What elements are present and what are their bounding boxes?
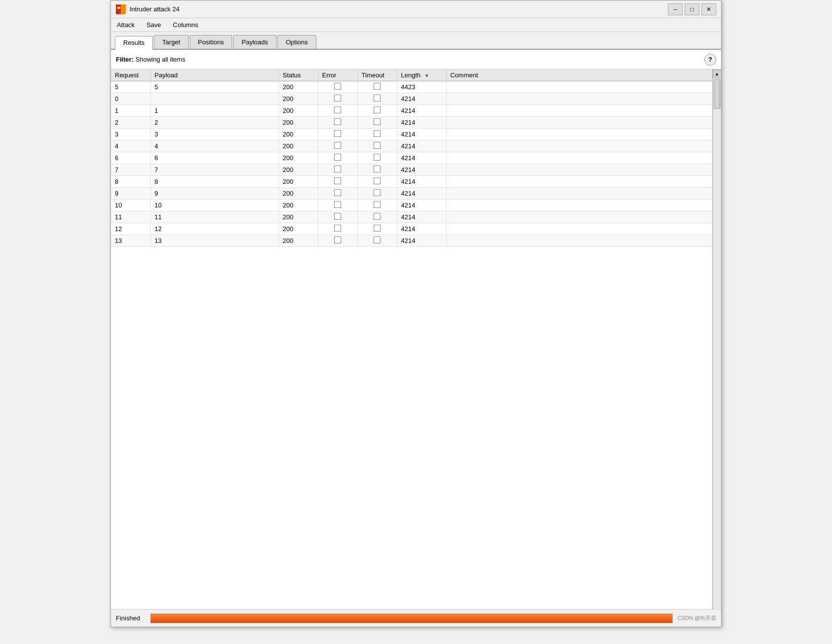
table-cell: 200 (278, 164, 318, 176)
checkbox[interactable] (374, 106, 381, 113)
checkbox[interactable] (374, 83, 381, 90)
table-cell: 10 (111, 200, 150, 211)
svg-rect-1 (121, 4, 126, 14)
col-header-payload[interactable]: Payload (150, 69, 278, 81)
tab-results[interactable]: Results (115, 36, 153, 50)
table-scroll[interactable]: Request Payload Status Error Timeout Len… (111, 69, 712, 627)
sort-desc-icon: ▼ (424, 73, 429, 78)
table-cell: 200 (278, 105, 318, 117)
table-cell: 8 (150, 176, 278, 188)
table-cell: 7 (150, 164, 278, 176)
checkbox[interactable] (374, 118, 381, 125)
vertical-scrollbar[interactable]: ▲ ▼ (712, 69, 721, 627)
checkbox[interactable] (334, 95, 341, 102)
checkbox[interactable] (374, 213, 381, 220)
table-header-row: Request Payload Status Error Timeout Len… (111, 69, 712, 81)
checkbox[interactable] (374, 142, 381, 149)
scroll-up-button[interactable]: ▲ (713, 69, 722, 78)
checkbox[interactable] (374, 237, 381, 243)
checkbox[interactable] (374, 154, 381, 161)
table-cell (446, 176, 712, 188)
maximize-button[interactable]: □ (685, 3, 699, 15)
table-cell: 200 (278, 200, 318, 211)
table-row[interactable]: 992004214 (111, 188, 712, 200)
table-cell: 4214 (397, 211, 446, 223)
filter-help-button[interactable]: ? (704, 54, 716, 66)
window-title: Intruder attack 24 (130, 5, 668, 13)
menu-attack[interactable]: Attack (115, 20, 137, 30)
table-cell (446, 152, 712, 164)
status-text: Finished (116, 614, 145, 622)
main-window: Intruder attack 24 – □ ✕ Attack Save Col… (110, 0, 722, 627)
main-content: Filter: Showing all items ? Request Payl… (111, 50, 721, 627)
table-row[interactable]: 332004214 (111, 129, 712, 140)
col-header-error[interactable]: Error (318, 69, 357, 81)
table-cell: 13 (150, 235, 278, 247)
checkbox[interactable] (374, 95, 381, 102)
checkbox[interactable] (334, 83, 341, 90)
col-header-request[interactable]: Request (111, 69, 150, 81)
checkbox[interactable] (374, 225, 381, 232)
table-cell: 11 (150, 211, 278, 223)
table-row[interactable]: 772004214 (111, 164, 712, 176)
tab-positions[interactable]: Positions (190, 35, 233, 49)
filter-text: Showing all items (136, 56, 185, 63)
status-bar: Finished CSDN @向开花 (111, 609, 721, 627)
minimize-button[interactable]: – (668, 3, 683, 15)
scroll-thumb[interactable] (714, 79, 721, 109)
table-cell: 4214 (397, 129, 446, 140)
table-row[interactable]: 11112004214 (111, 211, 712, 223)
tab-target[interactable]: Target (154, 35, 188, 49)
checkbox[interactable] (334, 166, 341, 172)
table-cell: 1 (150, 105, 278, 117)
checkbox[interactable] (334, 106, 341, 113)
checkbox[interactable] (334, 177, 341, 184)
checkbox[interactable] (334, 237, 341, 243)
table-row[interactable]: 112004214 (111, 105, 712, 117)
table-row[interactable]: 12122004214 (111, 223, 712, 235)
checkbox[interactable] (334, 154, 341, 161)
app-logo (116, 4, 126, 14)
table-cell: 6 (150, 152, 278, 164)
checkbox[interactable] (334, 130, 341, 137)
table-row[interactable]: 882004214 (111, 176, 712, 188)
table-row[interactable]: 13132004214 (111, 235, 712, 247)
table-row[interactable]: 02004214 (111, 93, 712, 105)
table-row[interactable]: 10102004214 (111, 200, 712, 211)
table-cell (446, 117, 712, 129)
tab-options[interactable]: Options (277, 35, 316, 49)
svg-rect-0 (116, 4, 121, 14)
table-cell (446, 188, 712, 200)
checkbox[interactable] (374, 130, 381, 137)
close-button[interactable]: ✕ (701, 3, 716, 15)
progress-fill (151, 614, 672, 623)
menu-columns[interactable]: Columns (171, 20, 200, 30)
checkbox[interactable] (334, 118, 341, 125)
col-header-timeout[interactable]: Timeout (357, 69, 397, 81)
table-cell: 7 (111, 164, 150, 176)
col-header-status[interactable]: Status (278, 69, 318, 81)
checkbox[interactable] (374, 166, 381, 172)
table-cell: 3 (111, 129, 150, 140)
col-header-comment[interactable]: Comment (446, 69, 712, 81)
table-cell: 11 (111, 211, 150, 223)
scroll-track[interactable] (713, 78, 721, 618)
checkbox[interactable] (334, 189, 341, 196)
checkbox[interactable] (334, 213, 341, 220)
menu-bar: Attack Save Columns (111, 18, 721, 32)
table-cell (446, 81, 712, 93)
table-row[interactable]: 662004214 (111, 152, 712, 164)
checkbox[interactable] (334, 225, 341, 232)
checkbox[interactable] (374, 177, 381, 184)
table-row[interactable]: 442004214 (111, 140, 712, 152)
tab-payloads[interactable]: Payloads (233, 35, 276, 49)
checkbox[interactable] (374, 201, 381, 208)
menu-save[interactable]: Save (144, 20, 163, 30)
table-row[interactable]: 222004214 (111, 117, 712, 129)
table-cell: 4214 (397, 164, 446, 176)
col-header-length[interactable]: Length ▼ (397, 69, 446, 81)
table-row[interactable]: 552004423 (111, 81, 712, 93)
checkbox[interactable] (374, 189, 381, 196)
checkbox[interactable] (334, 142, 341, 149)
checkbox[interactable] (334, 201, 341, 208)
